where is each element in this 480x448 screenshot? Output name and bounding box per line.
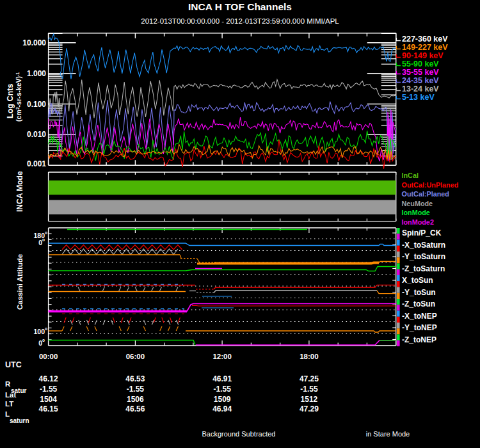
svg-text:o: o [45,230,47,235]
svg-text:-Y_toNEP: -Y_toNEP [402,323,437,332]
svg-text:06:00: 06:00 [126,353,145,360]
svg-text:46.15: 46.15 [39,404,58,413]
svg-text:46.91: 46.91 [212,374,232,383]
svg-text:-X_toSaturn: -X_toSaturn [402,241,445,250]
svg-text:47.29: 47.29 [300,404,319,413]
svg-text:-1.55: -1.55 [127,385,145,394]
svg-text:Log Cnts: Log Cnts [6,84,15,118]
svg-text:00:00: 00:00 [39,353,58,360]
svg-text:5-13 keV: 5-13 keV [402,93,435,102]
svg-text:Cassini Attitude: Cassini Attitude [16,254,24,310]
svg-text:LT: LT [5,400,13,408]
svg-text:0.100: 0.100 [27,100,46,109]
svg-text:o: o [42,237,45,242]
svg-text:0.001: 0.001 [27,159,46,168]
svg-text:1.000: 1.000 [27,69,46,78]
svg-text:IonMode: IonMode [402,209,430,216]
svg-text:in Stare Mode: in Stare Mode [366,430,410,438]
svg-text:18:00: 18:00 [300,353,318,360]
svg-text:o: o [42,338,45,342]
svg-text:35-55 keV: 35-55 keV [402,68,439,77]
svg-text:55-90 keV: 55-90 keV [402,60,439,68]
svg-text:13-24 keV: 13-24 keV [402,84,439,93]
svg-text:-Z_toSun: -Z_toSun [402,300,435,308]
svg-text:-X_toNEP: -X_toNEP [402,312,437,321]
svg-text:2012-013T00:00:00.000 - 2012-0: 2012-013T00:00:00.000 - 2012-013T23:59:0… [141,17,339,25]
svg-text:90-149 keV: 90-149 keV [402,51,444,60]
svg-text:24-35 keV: 24-35 keV [402,76,439,85]
svg-text:227-360 keV: 227-360 keV [402,35,448,44]
svg-text:-Y_toSun: -Y_toSun [402,288,436,297]
svg-text:Spin/P_CK: Spin/P_CK [402,228,442,237]
svg-text:47.25: 47.25 [300,374,319,383]
svg-text:1512: 1512 [301,395,318,404]
svg-text:Lat: Lat [5,391,16,399]
svg-text:46.12: 46.12 [39,374,58,383]
svg-text:149-227 keV: 149-227 keV [402,43,448,52]
svg-text:46.94: 46.94 [212,404,232,413]
svg-text:saturn: saturn [10,417,29,424]
svg-text:-Y_toSaturn: -Y_toSaturn [402,252,445,261]
svg-text:X_toSun: X_toSun [402,276,433,285]
svg-text:IonMode2: IonMode2 [402,218,434,226]
svg-text:100: 100 [33,328,45,335]
svg-text:L: L [5,410,10,418]
svg-text:-1.55: -1.55 [213,385,231,394]
svg-text:46.56: 46.56 [125,404,145,413]
svg-text:-1.55: -1.55 [300,385,318,394]
svg-text:Background Subtracted: Background Subtracted [202,430,276,438]
svg-text:INCA Mode: INCA Mode [15,171,24,212]
svg-text:10.000: 10.000 [22,38,46,47]
svg-text:-1.55: -1.55 [40,385,58,394]
svg-text:OutCal:Planed: OutCal:Planed [402,190,449,198]
svg-text:o: o [45,326,47,331]
svg-text:OutCal:UnPlaned: OutCal:UnPlaned [402,181,459,189]
svg-text:R: R [5,380,11,388]
svg-text:NeuMode: NeuMode [402,200,433,207]
svg-text:1504: 1504 [40,395,57,404]
svg-text:46.53: 46.53 [125,374,145,383]
svg-text:-Z_toNEP: -Z_toNEP [402,335,436,344]
svg-text:12:00: 12:00 [212,353,231,360]
svg-text:1509: 1509 [214,395,231,404]
svg-text:UTC: UTC [5,360,22,369]
svg-text:1506: 1506 [127,395,144,404]
svg-text:0.010: 0.010 [27,130,46,139]
svg-text:-Z_toSaturn: -Z_toSaturn [402,264,445,273]
svg-text:(cm2-sr-s-keV)-1: (cm2-sr-s-keV)-1 [15,72,22,122]
svg-text:InCal: InCal [402,172,419,179]
svg-text:INCA H TOF Channels: INCA H TOF Channels [188,1,292,12]
